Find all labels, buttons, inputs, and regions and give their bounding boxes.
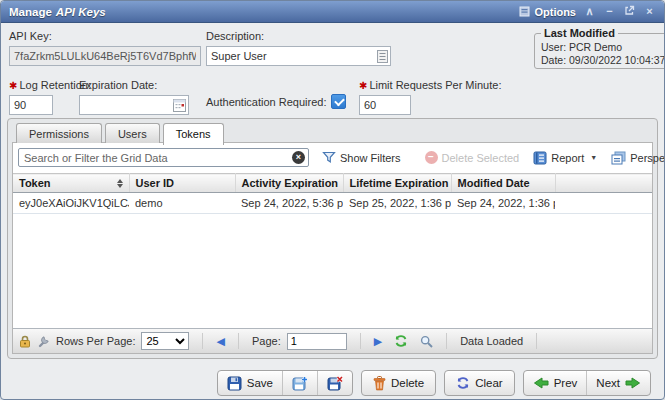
options-button[interactable]: Options	[519, 6, 576, 18]
save-close-button[interactable]	[317, 371, 352, 395]
limit-requests-label: ✱Limit Requests Per Minute:	[359, 79, 501, 91]
table-body: eyJ0eXAiOiJKV1QiLCJ...demoSep 24, 2022, …	[13, 193, 652, 214]
limit-requests-field[interactable]	[359, 95, 411, 115]
table-cell: Sep 24, 2022, 1:36 pm	[451, 193, 555, 214]
refresh-icon[interactable]	[394, 334, 408, 348]
perspectives-icon	[611, 151, 626, 165]
window-title: ManageAPI Keys	[9, 6, 106, 18]
grid-footer: Rows Per Page: 25 ◀ Page: ▶ Data Loaded	[13, 328, 652, 353]
clear-button[interactable]: Clear	[444, 370, 514, 396]
prev-page-icon[interactable]: ◀	[216, 335, 224, 348]
footer-divider	[536, 333, 537, 349]
last-modified-panel: Last Modified User: PCR Demo Date: 09/30…	[534, 27, 665, 69]
column-header-lifetime-expiration[interactable]: Lifetime Expiration	[343, 174, 451, 193]
save-button[interactable]: Save	[218, 371, 282, 395]
table-cell: Sep 24, 2022, 5:36 pm	[235, 193, 343, 214]
title-bar: ManageAPI Keys Options ∧ − ×	[1, 1, 664, 23]
clear-label: Clear	[475, 377, 502, 389]
perspectives-label: Perspectives	[630, 152, 665, 164]
column-header-user-id[interactable]: User ID	[129, 174, 235, 193]
wrench-icon[interactable]	[37, 335, 50, 348]
options-grid-icon	[519, 6, 530, 17]
lock-icon[interactable]	[19, 335, 31, 348]
expiration-date-field[interactable]	[80, 97, 173, 113]
calendar-icon[interactable]	[173, 99, 186, 112]
close-icon[interactable]: ×	[643, 6, 656, 17]
expiration-date-label: Expiration Date:	[79, 79, 157, 91]
prev-next-group: Prev Next	[523, 370, 651, 396]
rows-per-page-select[interactable]: 25	[141, 332, 189, 350]
popout-icon[interactable]	[623, 5, 636, 18]
report-button[interactable]: Report ▼	[533, 151, 597, 165]
expiration-date-fieldwrap	[79, 95, 189, 115]
save-new-button[interactable]	[282, 371, 317, 395]
clear-refresh-icon	[456, 376, 470, 390]
tab-tokens[interactable]: Tokens	[163, 123, 224, 145]
table-cell: demo	[129, 193, 235, 214]
tokens-table: Token User ID Activity Expiration Lifeti…	[13, 173, 652, 214]
table-row[interactable]: eyJ0eXAiOiJKV1QiLCJ...demoSep 24, 2022, …	[13, 193, 652, 214]
save-label: Save	[247, 377, 273, 389]
tab-strip: Permissions Users Tokens	[16, 123, 224, 143]
save-new-floppy-icon	[292, 376, 308, 391]
column-header-token[interactable]: Token	[13, 174, 129, 193]
chevron-down-icon: ▼	[590, 154, 597, 161]
grid-search-input[interactable]	[18, 148, 309, 167]
footer-divider	[238, 333, 239, 349]
grid-status-text: Data Loaded	[460, 335, 523, 347]
table-cell	[555, 193, 652, 214]
api-key-label: API Key:	[9, 30, 52, 42]
auth-required-label: Authentication Required:	[206, 96, 326, 108]
tab-panel: Permissions Users Tokens × Show Filters	[7, 118, 658, 359]
rows-per-page-label: Rows Per Page:	[56, 335, 135, 347]
expand-textarea-icon[interactable]	[377, 50, 388, 63]
collapse-icon[interactable]: ∧	[583, 6, 596, 17]
api-key-field[interactable]	[9, 46, 201, 66]
last-modified-legend: Last Modified	[541, 27, 618, 39]
save-floppy-icon	[227, 376, 242, 391]
tab-users[interactable]: Users	[105, 123, 160, 143]
grid-search: ×	[18, 148, 308, 167]
options-label: Options	[534, 6, 576, 18]
tab-permissions[interactable]: Permissions	[16, 123, 102, 143]
report-icon	[533, 151, 547, 165]
show-filters-button[interactable]: Show Filters	[322, 151, 401, 164]
delete-button[interactable]: Delete	[361, 370, 436, 396]
description-fieldwrap	[206, 46, 391, 66]
page-input[interactable]	[287, 333, 347, 350]
manage-api-keys-window: ManageAPI Keys Options ∧ − × API Key: De…	[0, 0, 665, 400]
action-bar: Save Delete Clear	[217, 370, 651, 396]
delete-selected-button[interactable]: − Delete Selected	[425, 151, 520, 164]
next-page-icon[interactable]: ▶	[374, 335, 382, 348]
show-filters-label: Show Filters	[340, 152, 401, 164]
save-button-group: Save	[217, 370, 353, 396]
search-clear-icon[interactable]: ×	[292, 151, 305, 164]
prev-arrow-icon	[533, 377, 549, 389]
next-button[interactable]: Next	[586, 371, 650, 395]
minimize-icon[interactable]: −	[603, 6, 616, 17]
auth-required-checkbox[interactable]	[331, 94, 346, 109]
save-close-floppy-icon	[327, 376, 343, 391]
required-marker: ✱	[359, 80, 367, 91]
description-label: Description:	[206, 30, 264, 42]
window-title-emphasis: API Keys	[56, 6, 106, 18]
perspectives-button[interactable]: Perspectives ▼	[611, 151, 665, 165]
description-field[interactable]	[207, 48, 377, 64]
prev-label: Prev	[554, 377, 578, 389]
grid-toolbar: × Show Filters − Delete Selected	[18, 146, 647, 169]
minus-circle-icon: −	[425, 151, 438, 164]
table-header-row: Token User ID Activity Expiration Lifeti…	[13, 174, 652, 193]
prev-button[interactable]: Prev	[524, 371, 587, 395]
trash-icon	[373, 376, 386, 391]
table-cell: Sep 25, 2022, 1:36 pm	[343, 193, 451, 214]
footer-divider	[446, 333, 447, 349]
column-header-modified-date[interactable]: Modified Date	[451, 174, 555, 193]
page-label: Page:	[252, 335, 281, 347]
last-modified-date: Date: 09/30/2022 10:04:37	[541, 54, 665, 67]
column-header-activity-expiration[interactable]: Activity Expiration	[235, 174, 343, 193]
magnifier-icon[interactable]	[420, 335, 433, 348]
log-retention-field[interactable]	[9, 95, 53, 115]
column-header-spacer	[555, 174, 652, 193]
delete-selected-label: Delete Selected	[442, 152, 520, 164]
next-arrow-icon	[625, 377, 641, 389]
